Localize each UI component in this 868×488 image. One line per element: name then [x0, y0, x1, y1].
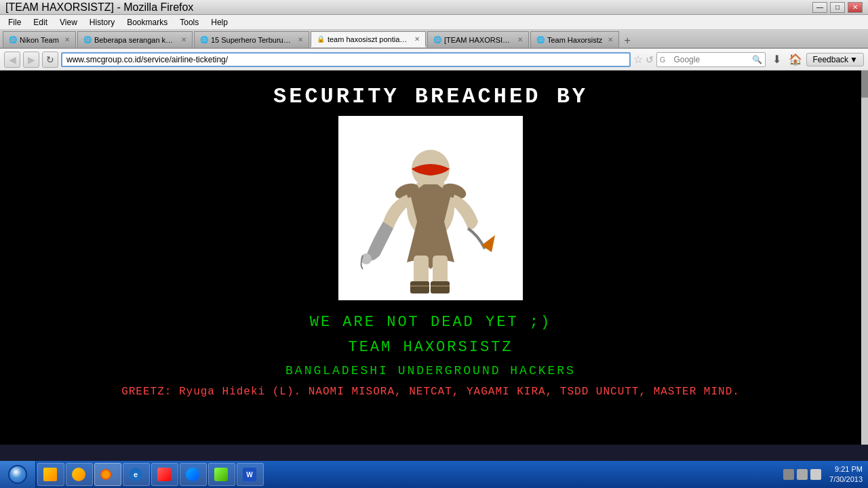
search-input[interactable]	[668, 53, 749, 66]
tray-icon-3[interactable]	[810, 469, 821, 480]
system-clock[interactable]: 9:21 PM 7/30/2013	[824, 464, 863, 485]
kratos-svg	[349, 120, 512, 296]
tab-0[interactable]: 🌐 Nikon Team ✕	[3, 31, 76, 47]
menu-bar: File Edit View History Bookmarks Tools H…	[0, 15, 868, 30]
taskbar-item-explorer[interactable]	[37, 463, 64, 486]
svg-rect-8	[410, 281, 429, 293]
search-engine-icon: G	[657, 56, 669, 64]
tray-icon-2[interactable]	[797, 469, 808, 480]
taskbar: e W 9:21 PM 7/30/2013	[0, 461, 868, 488]
menu-edit[interactable]: Edit	[28, 16, 53, 28]
minimize-button[interactable]: —	[812, 2, 827, 13]
search-go-button[interactable]: 🔍	[749, 55, 765, 64]
tab-close-5[interactable]: ✕	[608, 36, 613, 43]
system-tray: 9:21 PM 7/30/2013	[778, 464, 868, 485]
menu-history[interactable]: History	[84, 16, 120, 28]
page-heading: SECURITY BREACHED BY	[273, 84, 588, 109]
refresh-icon[interactable]: ↺	[646, 54, 654, 65]
download-icon[interactable]: ⬇	[768, 52, 785, 68]
page-content: SECURITY BREACHED BY	[0, 70, 861, 445]
tab-close-4[interactable]: ✕	[517, 36, 523, 43]
taskbar-item-photo[interactable]	[151, 463, 178, 486]
bookmark-star-icon[interactable]: ☆	[633, 53, 643, 66]
forward-button[interactable]: ▶	[23, 52, 39, 68]
tab-close-2[interactable]: ✕	[298, 36, 303, 43]
taskbar-item-firefox[interactable]	[94, 463, 121, 486]
tab-3[interactable]: 🔒 team haxosiszt pontianak - Pene... ✕	[311, 31, 426, 47]
word-icon: W	[243, 468, 256, 481]
window-title: [TEAM HAXORSISTZ] - Mozilla Firefox	[5, 1, 193, 14]
tab-close-1[interactable]: ✕	[181, 36, 186, 43]
back-button[interactable]: ◀	[4, 52, 20, 68]
scrollbar-thumb[interactable]	[861, 70, 868, 98]
tab-2[interactable]: 🌐 15 Superhero Terburuk di Dunia ... ✕	[194, 31, 309, 47]
title-bar: [TEAM HAXORSISTZ] - Mozilla Firefox — □ …	[0, 0, 868, 15]
new-tab-button[interactable]: +	[620, 34, 634, 47]
navigation-bar: ◀ ▶ ↻ ☆ ↺ G 🔍 ⬇ 🏠 Feedback ▼	[0, 49, 868, 70]
ie-icon: e	[129, 468, 142, 481]
media-icon	[186, 468, 199, 481]
menu-help[interactable]: Help	[205, 16, 233, 28]
maximize-button[interactable]: □	[830, 2, 845, 13]
firefox-icon	[100, 469, 111, 480]
hacked-page: SECURITY BREACHED BY	[0, 70, 861, 445]
taskbar-item-ie[interactable]: e	[123, 463, 150, 486]
taskbar-item-paint[interactable]	[208, 463, 235, 486]
tagline-text: WE ARE NOT DEAD YET ;)	[310, 314, 551, 331]
folder-icon	[43, 468, 57, 481]
home-button[interactable]: 🏠	[787, 52, 804, 68]
scrollbar[interactable]	[861, 70, 868, 445]
start-button[interactable]	[0, 461, 36, 488]
feedback-button[interactable]: Feedback ▼	[806, 53, 864, 66]
greetz-text: GREETZ: Ryuga Hideki (L). NAOMI MISORA, …	[115, 386, 747, 398]
chevron-down-icon: ▼	[850, 55, 858, 64]
svg-rect-9	[431, 281, 450, 293]
team-name-text: TEAM HAXORSISTZ	[348, 339, 513, 356]
browser-viewport: SECURITY BREACHED BY	[0, 70, 868, 445]
taskbar-item-media[interactable]	[180, 463, 207, 486]
address-input[interactable]	[61, 52, 631, 67]
menu-file[interactable]: File	[3, 16, 26, 28]
window-controls[interactable]: — □ ✕	[812, 2, 863, 13]
photo-icon	[157, 468, 171, 481]
tab-5[interactable]: 🌐 Team Haxorsistz ✕	[530, 31, 619, 47]
tab-1[interactable]: 🌐 Beberapa serangan ke Situs Pem... ✕	[77, 31, 193, 47]
tab-close-0[interactable]: ✕	[64, 36, 70, 43]
group-name-text: BANGLADESHI UNDERGROUND HACKERS	[285, 364, 576, 378]
tab-4[interactable]: 🌐 [TEAM HAXORSISTZ] ✕	[427, 31, 529, 47]
taskbar-item-word[interactable]: W	[237, 463, 264, 486]
menu-view[interactable]: View	[54, 16, 83, 28]
folder2-icon	[72, 468, 85, 481]
tab-bar: 🌐 Nikon Team ✕ 🌐 Beberapa serangan ke Si…	[0, 30, 868, 49]
paint-icon	[214, 468, 228, 481]
windows-orb-icon	[8, 465, 27, 484]
tray-icon-1[interactable]	[783, 469, 794, 480]
menu-bookmarks[interactable]: Bookmarks	[121, 16, 173, 28]
tab-close-3[interactable]: ✕	[414, 35, 420, 43]
character-image	[338, 116, 523, 300]
menu-tools[interactable]: Tools	[174, 16, 204, 28]
taskbar-item-folder[interactable]	[66, 463, 93, 486]
close-button[interactable]: ✕	[848, 2, 863, 13]
reload-button[interactable]: ↻	[42, 52, 58, 68]
